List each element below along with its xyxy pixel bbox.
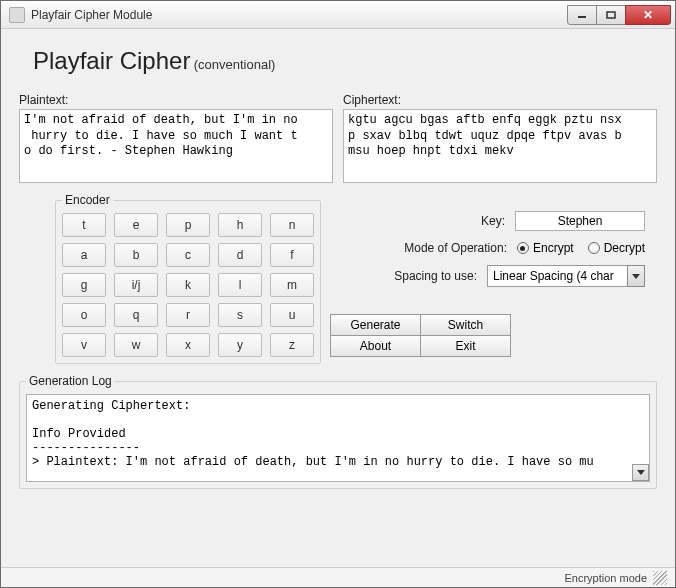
encoder-cell[interactable]: v	[62, 333, 106, 357]
ciphertext-label: Ciphertext:	[343, 93, 657, 107]
spacing-label: Spacing to use:	[394, 269, 477, 283]
encoder-cell[interactable]: m	[270, 273, 314, 297]
encoder-cell[interactable]: l	[218, 273, 262, 297]
key-label: Key:	[481, 214, 505, 228]
spacing-value: Linear Spacing (4 char	[487, 265, 627, 287]
switch-button[interactable]: Switch	[420, 314, 511, 336]
plaintext-label: Plaintext:	[19, 93, 333, 107]
encoder-cell[interactable]: w	[114, 333, 158, 357]
encoder-cell[interactable]: x	[166, 333, 210, 357]
encoder-cell[interactable]: g	[62, 273, 106, 297]
radio-dot-icon	[588, 242, 600, 254]
key-input[interactable]	[515, 211, 645, 231]
encoder-cell[interactable]: u	[270, 303, 314, 327]
page-title: Playfair Cipher	[33, 47, 190, 74]
app-window: Playfair Cipher Module ✕ Playfair Cipher…	[0, 0, 676, 588]
encoder-cell[interactable]: t	[62, 213, 106, 237]
mode-label: Mode of Operation:	[404, 241, 507, 255]
svg-rect-1	[607, 12, 615, 18]
encoder-grid: tephnabcdfgi/jklmoqrsuvwxyz	[62, 213, 314, 357]
titlebar[interactable]: Playfair Cipher Module ✕	[1, 1, 675, 29]
encrypt-radio[interactable]: Encrypt	[517, 241, 574, 255]
status-text: Encryption mode	[564, 572, 647, 584]
exit-button[interactable]: Exit	[420, 335, 511, 357]
encoder-cell[interactable]: d	[218, 243, 262, 267]
generate-button[interactable]: Generate	[330, 314, 421, 336]
plaintext-input[interactable]: I'm not afraid of death, but I'm in no h…	[19, 109, 333, 183]
close-button[interactable]: ✕	[625, 5, 671, 25]
encoder-group: Encoder tephnabcdfgi/jklmoqrsuvwxyz	[55, 193, 321, 364]
spacing-combo[interactable]: Linear Spacing (4 char	[487, 265, 645, 287]
log-label: Generation Log	[26, 374, 115, 388]
ciphertext-panel: Ciphertext: kgtu agcu bgas aftb enfq egg…	[343, 93, 657, 183]
mode-radio-group: Encrypt Decrypt	[517, 241, 645, 255]
radio-dot-icon	[517, 242, 529, 254]
maximize-button[interactable]	[596, 5, 626, 25]
about-button[interactable]: About	[330, 335, 421, 357]
encoder-cell[interactable]: o	[62, 303, 106, 327]
encoder-cell[interactable]: r	[166, 303, 210, 327]
resize-grip-icon[interactable]	[653, 571, 667, 585]
window-controls: ✕	[568, 5, 671, 25]
statusbar: Encryption mode	[1, 567, 675, 587]
log-group: Generation Log Generating Ciphertext: In…	[19, 374, 657, 489]
plaintext-panel: Plaintext: I'm not afraid of death, but …	[19, 93, 333, 183]
controls-panel: Key: Mode of Operation: Encrypt Decrypt	[331, 193, 657, 364]
encoder-cell[interactable]: y	[218, 333, 262, 357]
encoder-cell[interactable]: z	[270, 333, 314, 357]
encoder-cell[interactable]: q	[114, 303, 158, 327]
encoder-cell[interactable]: c	[166, 243, 210, 267]
encoder-cell[interactable]: s	[218, 303, 262, 327]
scroll-down-icon[interactable]	[632, 464, 649, 481]
encoder-label: Encoder	[62, 193, 113, 207]
encoder-cell[interactable]: f	[270, 243, 314, 267]
window-title: Playfair Cipher Module	[31, 8, 568, 22]
content-area: Playfair Cipher (conventional) Plaintext…	[1, 29, 675, 567]
log-output[interactable]: Generating Ciphertext: Info Provided ---…	[26, 394, 650, 482]
encoder-cell[interactable]: b	[114, 243, 158, 267]
encoder-cell[interactable]: n	[270, 213, 314, 237]
encoder-cell[interactable]: k	[166, 273, 210, 297]
page-header: Playfair Cipher (conventional)	[19, 41, 657, 93]
chevron-down-icon[interactable]	[627, 265, 645, 287]
ciphertext-input[interactable]: kgtu agcu bgas aftb enfq eggk pztu nsx p…	[343, 109, 657, 183]
page-subtitle: (conventional)	[194, 57, 276, 72]
encoder-cell[interactable]: h	[218, 213, 262, 237]
encoder-cell[interactable]: i/j	[114, 273, 158, 297]
app-icon	[9, 7, 25, 23]
minimize-button[interactable]	[567, 5, 597, 25]
encoder-cell[interactable]: e	[114, 213, 158, 237]
encoder-cell[interactable]: a	[62, 243, 106, 267]
encoder-cell[interactable]: p	[166, 213, 210, 237]
decrypt-radio[interactable]: Decrypt	[588, 241, 645, 255]
action-buttons: Generate Switch About Exit	[331, 315, 645, 357]
